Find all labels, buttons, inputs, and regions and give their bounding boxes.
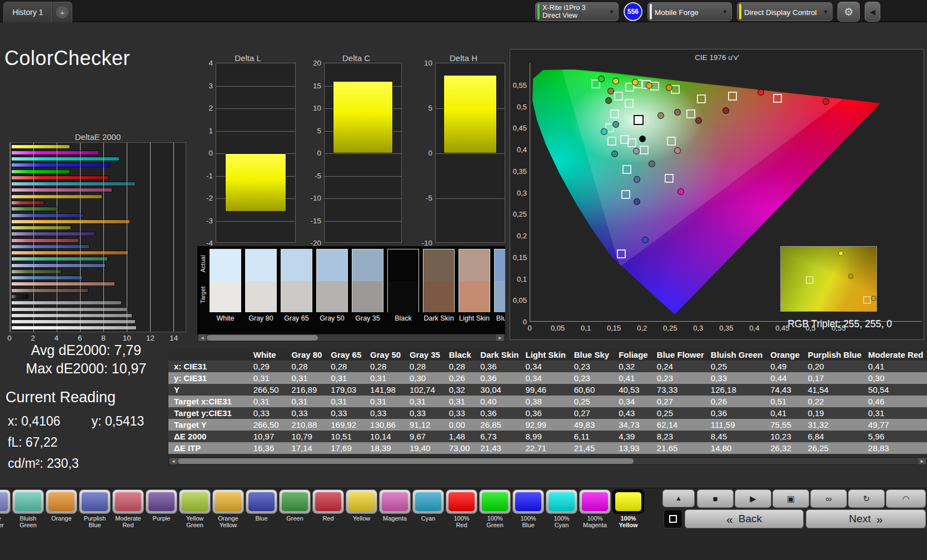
patch-button-100-red[interactable]: 100%Red [446, 489, 477, 528]
patch-button-orange-yellow[interactable]: OrangeYellow [212, 489, 244, 528]
patch-button-magenta[interactable]: Magenta [379, 489, 411, 528]
deltae-bar [11, 244, 89, 249]
measurement-count-badge[interactable]: 556 [624, 2, 642, 21]
table-cell: 0,30 [865, 372, 927, 384]
deltae-bar [11, 319, 136, 324]
table-cell: 0,33 [406, 407, 446, 419]
deltae-bar [11, 151, 99, 155]
patch-button-orange[interactable]: Orange [46, 489, 77, 528]
gridline [325, 153, 401, 154]
measured-point [632, 79, 639, 86]
patch-button-yellow-green[interactable]: YellowGreen [179, 489, 211, 528]
history-tab[interactable]: History 1 [3, 2, 52, 22]
y-tick-label: 15 [313, 81, 321, 89]
patch-button-100-magenta[interactable]: 100%Magenta [579, 489, 611, 528]
table-row: Y266,50216,89179,03141,98102,740,3230,04… [168, 384, 927, 396]
play-icon: ▶ [750, 494, 756, 504]
table-cell: 0,30 [406, 372, 446, 384]
gridline [80, 143, 81, 332]
scrollbar-thumb[interactable] [207, 335, 318, 341]
scroll-right-arrow[interactable]: ► [496, 334, 504, 341]
swatch-blue-sky: Blue Sky [494, 249, 505, 322]
read-display-button[interactable]: ▣ [772, 489, 809, 508]
patch-button-green[interactable]: Green [279, 489, 311, 528]
deltae-bar [11, 201, 44, 205]
source-status-stripe [650, 4, 652, 19]
x-tick-label: 0,05 [551, 324, 565, 332]
scroll-left-arrow[interactable]: ◄ [170, 458, 177, 464]
column-header: Foliage [615, 348, 654, 361]
gauge-button[interactable]: ◠ [886, 489, 926, 508]
source-dropdown[interactable]: Mobile Forge ▼ [647, 2, 732, 21]
patch-button-purplish-blue[interactable]: PurplishBlue [79, 489, 111, 528]
scroll-right-arrow[interactable]: ► [918, 458, 926, 464]
loop-measure-button[interactable]: ↻ [848, 489, 885, 508]
add-tab-button[interactable]: + [52, 2, 72, 22]
patch-label: Blue [246, 515, 277, 528]
reading-cdm2: cd/m²: 230,3 [6, 456, 167, 471]
collapse-panel-button[interactable]: ◀ [865, 2, 880, 22]
delta-l-chart: Delta L 43210-1-2-3-4 [199, 53, 297, 266]
patch-button-moderate-red[interactable]: ModerateRed [112, 489, 144, 528]
table-cell: 0,28 [406, 361, 446, 372]
play-button[interactable]: ▶ [735, 489, 771, 508]
patch-button-100-yellow[interactable]: 100%Yellow [612, 489, 644, 528]
next-button[interactable]: Next » [806, 509, 926, 528]
patch-button-yellow[interactable]: Yellow [346, 489, 377, 528]
table-cell: 4,39 [615, 431, 654, 442]
back-button[interactable]: « Back [685, 509, 804, 528]
swatch-dark-skin: Dark Skin [423, 249, 455, 322]
table-cell: 0,31 [367, 372, 406, 384]
actual-color [352, 249, 383, 281]
settings-gear-button[interactable]: ⚙ [838, 2, 860, 22]
patch-label: 100%Magenta [579, 515, 611, 528]
scroll-up-button[interactable]: ▲ [662, 489, 695, 507]
table-cell: 40,53 [615, 384, 654, 396]
meter-dropdown[interactable]: X-Rite i1Pro 3 Direct View ▼ [535, 2, 619, 21]
table-cell: 62,14 [654, 419, 707, 431]
patch-button-bluish-green[interactable]: BluishGreen [12, 489, 44, 528]
patch-button-red[interactable]: Red [312, 489, 344, 528]
delta-c-chart: Delta C 20151050-5-10-15-20 [307, 53, 405, 266]
patch-button-100-blue[interactable]: 100%Blue [512, 489, 544, 528]
column-header: Gray 35 [406, 348, 446, 361]
table-cell: 0,25 [654, 407, 707, 419]
patch-button-purple[interactable]: Purple [146, 489, 177, 528]
patch-label: Red [312, 515, 344, 528]
current-reading-heading: Current Reading [6, 389, 167, 406]
patch-button-blue-flower[interactable]: BlueFlower [0, 489, 11, 528]
patch-button-blue[interactable]: Blue [246, 489, 277, 528]
table-cell: 266,50 [250, 384, 288, 396]
patch-button-100-cyan[interactable]: 100%Cyan [546, 489, 577, 528]
patch-button-100-green[interactable]: 100%Green [479, 489, 511, 528]
swatch-scrollbar[interactable]: ◄ ► [197, 334, 505, 342]
table-cell: 0,31 [446, 396, 477, 407]
scroll-left-arrow[interactable]: ◄ [198, 334, 206, 341]
table-cell: 9,67 [406, 431, 446, 442]
column-header: Light Skin [522, 348, 571, 361]
gauge-icon: ◠ [902, 494, 909, 504]
patch-label: Purple [146, 515, 177, 528]
gridline [436, 198, 505, 199]
swatch-gray-50: Gray 50 [316, 249, 348, 322]
table-scrollbar[interactable]: ◄ ► [168, 457, 927, 465]
column-header: Blue Sky [571, 348, 615, 361]
deltae-bar [11, 219, 130, 224]
color-patch [549, 492, 575, 511]
scrollbar-thumb[interactable] [178, 458, 634, 464]
x-tick-label: 14 [170, 334, 178, 342]
workflow-dropdown[interactable]: Direct Display Control ▼ [737, 2, 833, 21]
patch-label: BlueFlower [0, 515, 11, 528]
column-header: Gray 80 [288, 348, 327, 361]
stop-button[interactable]: ■ [697, 489, 734, 508]
gridline [436, 153, 505, 154]
gridline [325, 221, 401, 222]
table-row: Target x:CIE310,310,310,310,310,310,310,… [168, 396, 927, 407]
color-patch [448, 492, 475, 511]
swatch-label: Blue Sky [494, 314, 505, 322]
display-mode-button[interactable] [664, 509, 682, 528]
chevron-down-icon: ▼ [722, 8, 728, 15]
continuous-measure-button[interactable]: ∞ [810, 489, 847, 508]
patch-button-cyan[interactable]: Cyan [412, 489, 444, 528]
workflow-name: Direct Display Control [744, 8, 817, 17]
